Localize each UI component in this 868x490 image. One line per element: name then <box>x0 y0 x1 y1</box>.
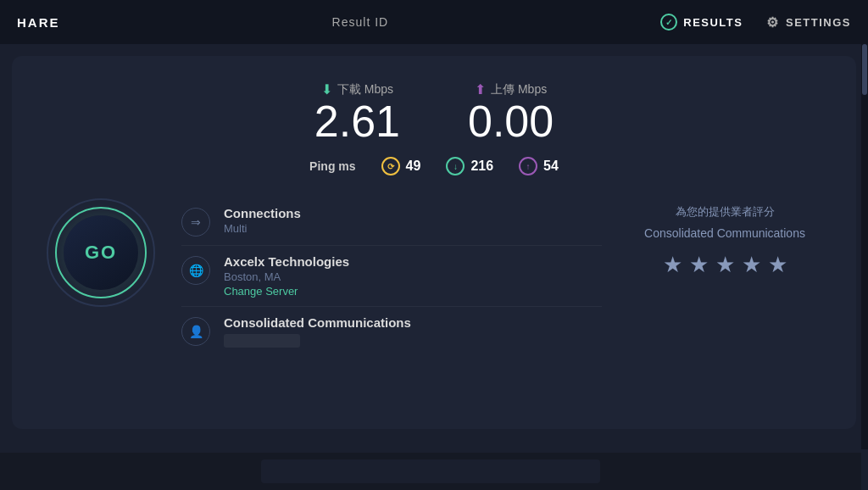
download-block: ⬇ 下載 Mbps 2.61 <box>314 81 400 143</box>
nav-right: ✓ RESULTS ⚙ SETTINGS <box>660 14 851 31</box>
server-content: Axcelx Technologies Boston, MA Change Se… <box>224 254 349 298</box>
isp-redacted <box>224 334 300 348</box>
info-section: GO ⇒ Connections Multi 🌐 Axcelx Technolo… <box>46 198 822 356</box>
upload-ping-icon: ↑ <box>519 157 537 175</box>
jitter-value: 49 <box>406 159 421 174</box>
server-item: 🌐 Axcelx Technologies Boston, MA Change … <box>181 246 602 307</box>
download-label: ⬇ 下載 Mbps <box>314 81 400 97</box>
rating-provider: Consolidated Communications <box>627 226 822 240</box>
gear-icon: ⚙ <box>766 14 780 31</box>
star-5[interactable]: ★ <box>768 252 787 278</box>
ping-label: Ping ms <box>309 159 355 173</box>
star-1[interactable]: ★ <box>663 252 682 278</box>
results-icon: ✓ <box>660 14 677 31</box>
speed-row: ⬇ 下載 Mbps 2.61 ⬆ 上傳 Mbps 0.00 <box>46 81 822 143</box>
upload-ping-item: ↑ 54 <box>519 157 559 175</box>
connections-icon: ⇒ <box>181 208 210 237</box>
server-location: Boston, MA <box>224 270 349 283</box>
download-value: 2.61 <box>314 99 400 143</box>
isp-title: Consolidated Communications <box>224 315 411 330</box>
stars-container: ★ ★ ★ ★ ★ <box>627 252 822 278</box>
rating-section: 為您的提供業者評分 Consolidated Communications ★ … <box>627 198 822 278</box>
main-card: ⬇ 下載 Mbps 2.61 ⬆ 上傳 Mbps 0.00 Ping ms ⟳ … <box>12 56 856 429</box>
change-server-link[interactable]: Change Server <box>224 285 349 298</box>
bottom-strip <box>0 453 861 490</box>
scrollbar[interactable] <box>861 44 868 449</box>
share-label: HARE <box>17 15 60 30</box>
upload-ping-value: 54 <box>543 159 559 174</box>
settings-label: SETTINGS <box>786 16 851 29</box>
results-label: RESULTS <box>683 16 743 29</box>
server-icon: 🌐 <box>181 256 210 285</box>
settings-button[interactable]: ⚙ SETTINGS <box>766 14 851 31</box>
star-2[interactable]: ★ <box>689 252 709 278</box>
go-button[interactable]: GO <box>64 215 138 290</box>
connections-title: Connections <box>224 206 301 220</box>
upload-block: ⬆ 上傳 Mbps 0.00 <box>468 81 554 143</box>
upload-arrow-icon: ⬆ <box>475 81 486 97</box>
upload-value: 0.00 <box>468 99 554 143</box>
star-3[interactable]: ★ <box>715 252 735 278</box>
jitter-item: ⟳ 49 <box>381 157 421 175</box>
scrollbar-thumb <box>862 44 867 95</box>
info-items: ⇒ Connections Multi 🌐 Axcelx Technologie… <box>181 198 602 356</box>
go-button-container: GO <box>46 198 156 308</box>
download-arrow-icon: ⬇ <box>321 81 332 97</box>
jitter-icon: ⟳ <box>381 157 400 175</box>
rating-title: 為您的提供業者評分 <box>627 204 822 220</box>
isp-item: 👤 Consolidated Communications <box>181 307 602 356</box>
top-nav: HARE Result ID ✓ RESULTS ⚙ SETTINGS <box>0 0 868 44</box>
connections-content: Connections Multi <box>224 206 301 235</box>
upload-label: ⬆ 上傳 Mbps <box>468 81 554 97</box>
bottom-bar <box>261 459 600 483</box>
server-title: Axcelx Technologies <box>224 254 349 269</box>
nav-result-id: Result ID <box>332 15 389 29</box>
connections-item: ⇒ Connections Multi <box>181 198 602 246</box>
download-ping-value: 216 <box>470 159 493 174</box>
isp-icon: 👤 <box>181 317 210 346</box>
results-button[interactable]: ✓ RESULTS <box>660 14 743 31</box>
isp-content: Consolidated Communications <box>224 315 411 348</box>
connections-value: Multi <box>224 222 301 235</box>
download-ping-item: ↓ 216 <box>446 157 493 175</box>
ping-row: Ping ms ⟳ 49 ↓ 216 ↑ 54 <box>46 157 822 175</box>
nav-share: HARE <box>17 15 60 30</box>
download-ping-icon: ↓ <box>446 157 465 175</box>
star-4[interactable]: ★ <box>742 252 761 278</box>
